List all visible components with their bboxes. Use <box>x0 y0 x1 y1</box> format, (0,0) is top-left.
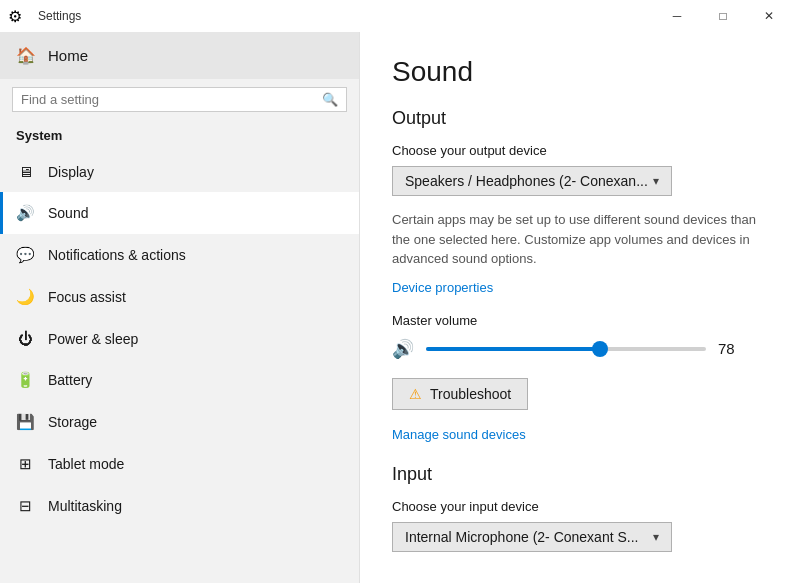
sidebar-display-label: Display <box>48 164 94 180</box>
battery-icon: 🔋 <box>16 371 34 389</box>
input-device-label: Choose your input device <box>392 499 768 514</box>
sidebar-item-power[interactable]: ⏻ Power & sleep <box>0 318 359 359</box>
title-bar-controls: ─ □ ✕ <box>654 0 792 32</box>
output-device-value: Speakers / Headphones (2- Conexan... <box>405 173 648 189</box>
settings-icon: ⚙ <box>8 7 22 26</box>
sidebar-item-home[interactable]: 🏠 Home <box>0 32 359 79</box>
main-content: Sound Output Choose your output device S… <box>360 32 800 583</box>
volume-slider-track[interactable] <box>426 347 706 351</box>
search-box[interactable]: 🔍 <box>12 87 347 112</box>
sidebar-item-sound[interactable]: 🔊 Sound <box>0 192 359 234</box>
title-bar: ⚙ Settings ─ □ ✕ <box>0 0 800 32</box>
output-device-label: Choose your output device <box>392 143 768 158</box>
minimize-button[interactable]: ─ <box>654 0 700 32</box>
multitasking-icon: ⊟ <box>16 497 34 515</box>
display-icon: 🖥 <box>16 163 34 180</box>
focus-icon: 🌙 <box>16 288 34 306</box>
sidebar-focus-label: Focus assist <box>48 289 126 305</box>
window-content: 🏠 Home 🔍 System 🖥 Display 🔊 Sound 💬 Noti… <box>0 32 800 583</box>
notifications-icon: 💬 <box>16 246 34 264</box>
close-button[interactable]: ✕ <box>746 0 792 32</box>
troubleshoot-button[interactable]: ⚠ Troubleshoot <box>392 378 528 410</box>
sidebar-item-notifications[interactable]: 💬 Notifications & actions <box>0 234 359 276</box>
volume-slider-fill <box>426 347 600 351</box>
sidebar-item-display[interactable]: 🖥 Display <box>0 151 359 192</box>
sidebar-power-label: Power & sleep <box>48 331 138 347</box>
home-icon: 🏠 <box>16 46 36 65</box>
title-bar-text: Settings <box>38 9 654 23</box>
input-device-dropdown[interactable]: Internal Microphone (2- Conexant S... ▾ <box>392 522 672 552</box>
input-device-value: Internal Microphone (2- Conexant S... <box>405 529 638 545</box>
sidebar-multitasking-label: Multitasking <box>48 498 122 514</box>
sidebar-item-storage[interactable]: 💾 Storage <box>0 401 359 443</box>
settings-window: ⚙ Settings ─ □ ✕ 🏠 Home 🔍 System 🖥 Displ… <box>0 0 800 583</box>
tablet-icon: ⊞ <box>16 455 34 473</box>
sidebar-tablet-label: Tablet mode <box>48 456 124 472</box>
output-info-text: Certain apps may be set up to use differ… <box>392 210 768 269</box>
search-icon: 🔍 <box>322 92 338 107</box>
page-title: Sound <box>392 56 768 88</box>
device-properties-link[interactable]: Device properties <box>392 280 493 295</box>
sidebar: 🏠 Home 🔍 System 🖥 Display 🔊 Sound 💬 Noti… <box>0 32 360 583</box>
sidebar-item-tablet[interactable]: ⊞ Tablet mode <box>0 443 359 485</box>
chevron-down-icon-input: ▾ <box>653 530 659 544</box>
home-label: Home <box>48 47 88 64</box>
troubleshoot-label: Troubleshoot <box>430 386 511 402</box>
warning-icon: ⚠ <box>409 386 422 402</box>
input-section: Input Choose your input device Internal … <box>392 464 768 552</box>
volume-icon: 🔊 <box>392 338 414 360</box>
sidebar-notifications-label: Notifications & actions <box>48 247 186 263</box>
power-icon: ⏻ <box>16 330 34 347</box>
sidebar-storage-label: Storage <box>48 414 97 430</box>
input-section-title: Input <box>392 464 768 485</box>
sidebar-battery-label: Battery <box>48 372 92 388</box>
maximize-button[interactable]: □ <box>700 0 746 32</box>
sidebar-item-multitasking[interactable]: ⊟ Multitasking <box>0 485 359 527</box>
output-device-dropdown[interactable]: Speakers / Headphones (2- Conexan... ▾ <box>392 166 672 196</box>
sound-icon: 🔊 <box>16 204 34 222</box>
output-section-title: Output <box>392 108 768 129</box>
storage-icon: 💾 <box>16 413 34 431</box>
manage-sound-devices-link[interactable]: Manage sound devices <box>392 427 526 442</box>
sidebar-sound-label: Sound <box>48 205 88 221</box>
sidebar-item-focus[interactable]: 🌙 Focus assist <box>0 276 359 318</box>
volume-value: 78 <box>718 340 748 357</box>
search-input[interactable] <box>21 92 322 107</box>
master-volume-label: Master volume <box>392 313 768 328</box>
chevron-down-icon: ▾ <box>653 174 659 188</box>
volume-slider-thumb[interactable] <box>592 341 608 357</box>
sidebar-item-battery[interactable]: 🔋 Battery <box>0 359 359 401</box>
volume-row: 🔊 78 <box>392 338 768 360</box>
sidebar-section-label: System <box>0 124 359 151</box>
